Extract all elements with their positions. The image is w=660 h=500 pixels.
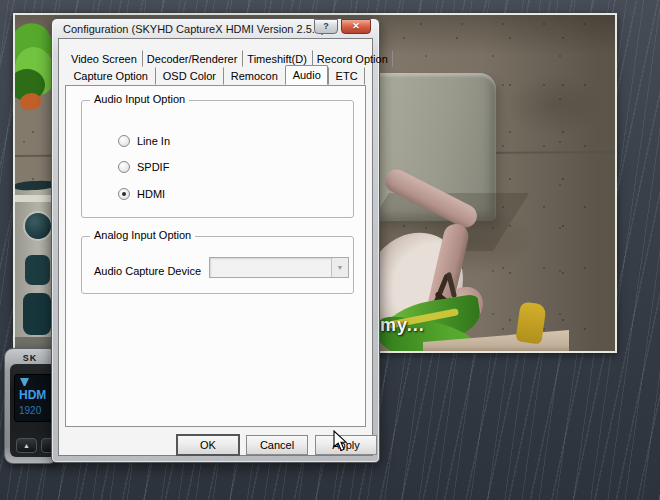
radio-button-icon[interactable] <box>118 135 130 147</box>
device-faceplate: HDM 1920 ▲ <box>10 364 56 457</box>
up-triangle-icon: ▲ <box>23 442 30 449</box>
close-button[interactable]: ✕ <box>341 19 371 34</box>
tab-osd-color[interactable]: OSD Color <box>155 67 223 85</box>
audio-capture-device-label: Audio Capture Device <box>94 265 201 277</box>
tab-decoder-renderer[interactable]: Decoder/Renderer <box>142 50 243 67</box>
scene-yellow-object <box>515 301 546 344</box>
radio-label: HDMI <box>137 188 165 200</box>
device-up-button: ▲ <box>16 438 37 453</box>
group-label: Analog Input Option <box>90 229 195 241</box>
mouse-cursor-icon <box>333 430 349 452</box>
antenna-icon <box>20 378 29 386</box>
dialog-body: Video Screen Decoder/Renderer Timeshift(… <box>58 38 373 456</box>
radio-label: Line In <box>137 135 170 147</box>
ok-button[interactable]: OK <box>177 435 239 455</box>
analog-input-option-group: Analog Input Option Audio Capture Device… <box>81 236 354 294</box>
group-label: Audio Input Option <box>90 93 189 105</box>
lcd-input-text: HDM <box>19 388 46 402</box>
tab-capture-option[interactable]: Capture Option <box>66 67 155 85</box>
dropdown-arrow-icon[interactable]: ▼ <box>331 258 348 277</box>
device-logo: SK <box>5 353 55 363</box>
dialog-title: Configuration (SKYHD CaptureX HDMI Versi… <box>63 23 325 35</box>
scene-panel-button <box>25 255 50 285</box>
tab-strip-row2: Capture Option OSD Color Remocon Audio E… <box>66 67 365 85</box>
scene-panel-knob <box>25 213 51 239</box>
scene-panel-stripe <box>15 195 55 202</box>
radio-hdmi[interactable]: HDMI <box>118 187 165 200</box>
capture-device-panel: SK HDM 1920 ▲ <box>4 348 58 464</box>
tab-audio[interactable]: Audio <box>285 65 328 85</box>
audio-input-option-group: Audio Input Option Line In SPDIF HDMI <box>81 100 354 218</box>
tab-etc[interactable]: ETC <box>328 67 365 85</box>
device-lcd-screen: HDM 1920 <box>14 374 56 422</box>
audio-tab-page: Audio Input Option Line In SPDIF HDMI An… <box>65 85 366 427</box>
audio-capture-device-combobox[interactable]: ▼ <box>209 257 349 278</box>
configuration-dialog: Configuration (SKYHD CaptureX HDMI Versi… <box>51 18 380 463</box>
help-button[interactable]: ? <box>314 19 338 34</box>
scene-orange-fruit <box>20 93 41 110</box>
tab-video-screen[interactable]: Video Screen <box>66 50 142 67</box>
radio-button-icon[interactable] <box>118 161 130 173</box>
radio-line-in[interactable]: Line In <box>118 134 170 147</box>
tab-remocon[interactable]: Remocon <box>223 67 285 85</box>
radio-spdif[interactable]: SPDIF <box>118 160 169 173</box>
cancel-button[interactable]: Cancel <box>246 435 308 455</box>
scene-panel-handle <box>23 293 51 335</box>
radio-button-icon[interactable] <box>118 188 130 200</box>
radio-label: SPDIF <box>137 161 169 173</box>
lcd-resolution-text: 1920 <box>19 405 41 416</box>
